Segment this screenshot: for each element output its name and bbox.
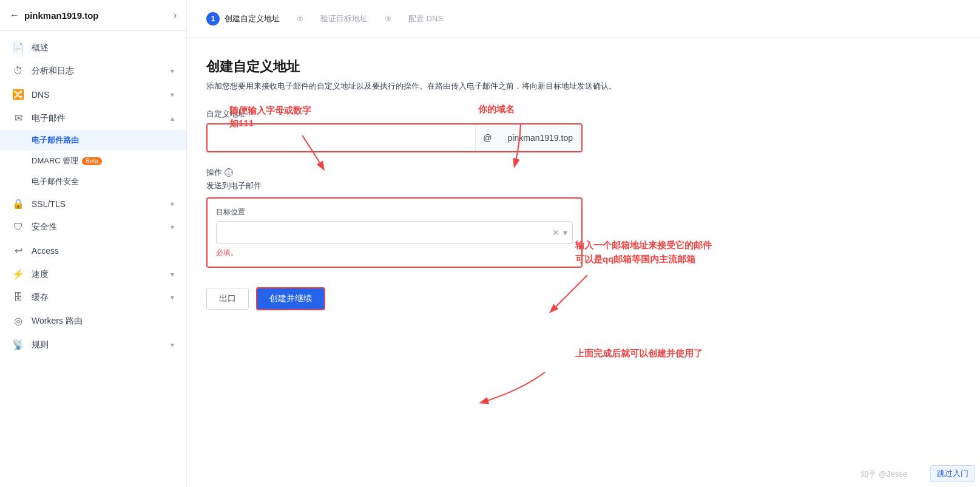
buttons-row: 出口 创建并继续 [206,287,961,310]
sidebar-item-dmarc[interactable]: DMARC 管理 Beta [0,151,186,171]
sidebar-label-rules: 规则 [32,339,163,350]
address-at: @ [475,124,499,151]
sidebar-item-speed[interactable]: ⚡ 速度 ▾ [0,262,186,286]
header-arrow-icon[interactable]: › [174,10,177,20]
sidebar-item-cache[interactable]: 🗄 缓存 ▾ [0,286,186,309]
rules-arrow-icon: ▾ [171,341,174,349]
analytics-arrow-icon: ▾ [171,67,174,75]
form-content: 创建自定义地址 添加您想要用来接收电子邮件的自定义地址以及要执行的操作。在路由传… [187,38,980,487]
sidebar-label-analytics: 分析和日志 [32,66,163,77]
sidebar-label-ssl: SSL/TLS [32,199,163,209]
operation-info-icon[interactable]: ⓘ [225,168,233,177]
sidebar-item-security[interactable]: 🛡 安全性 ▾ [0,216,186,239]
annotation-hint4: 上面完成后就可以创建并使用了 [575,348,703,359]
step-1-num: 1 [206,12,220,26]
sidebar-item-analytics[interactable]: ⏱ 分析和日志 ▾ [0,60,186,83]
dropdown-icon[interactable]: ▾ [563,228,567,237]
target-box-label: 目标位置 [216,207,573,217]
dmarc-label: DMARC 管理 [32,155,78,166]
sidebar: ← pinkman1919.top › 📄 概述 ⏱ 分析和日志 ▾ 🔀 DNS… [0,0,187,487]
page-title: 创建自定义地址 [206,58,961,76]
speed-icon: ⚡ [12,268,24,280]
overview-icon: 📄 [12,42,24,53]
target-input-row: ✕ ▾ [216,221,573,244]
email-routing-label: 电子邮件路由 [32,135,79,146]
target-input[interactable] [217,222,547,244]
address-row: @ pinkman1919.top [206,123,583,152]
page-description: 添加您想要用来接收电子邮件的自定义地址以及要执行的操作。在路由传入电子邮件之前，… [206,81,643,92]
clear-icon[interactable]: ✕ [552,228,559,237]
speed-arrow-icon: ▾ [171,270,174,279]
ssl-icon: 🔒 [12,198,24,209]
ssl-arrow-icon: ▾ [171,200,174,208]
sidebar-nav: 📄 概述 ⏱ 分析和日志 ▾ 🔀 DNS ▾ ✉ 电子邮件 ▴ 电子邮件路由 D… [0,31,186,487]
operation-label: 操作 ⓘ [206,167,961,178]
sidebar-item-overview[interactable]: 📄 概述 [0,36,186,60]
sidebar-label-workers: Workers 路由 [32,316,174,327]
workers-icon: ◎ [12,315,24,327]
step-1: 1 创建自定义地址 [206,12,280,26]
skip-link[interactable]: 跳过入门 [930,465,975,482]
target-box: 目标位置 ✕ ▾ 必填。 [206,197,583,268]
security-arrow-icon: ▾ [171,223,174,231]
sidebar-label-email: 电子邮件 [32,113,163,124]
sidebar-label-access: Access [32,246,174,256]
cache-arrow-icon: ▾ [171,293,174,302]
sidebar-label-overview: 概述 [32,43,174,53]
target-input-icons[interactable]: ✕ ▾ [547,228,572,237]
cache-icon: 🗄 [12,292,24,303]
sidebar-label-security: 安全性 [32,222,163,233]
sidebar-item-email-security[interactable]: 电子邮件安全 [0,171,186,192]
dns-icon: 🔀 [12,89,24,100]
access-icon: ↩ [12,245,24,256]
address-domain: pinkman1919.top [499,124,581,151]
dns-arrow-icon: ▾ [171,90,174,99]
step-sep-1: ② [297,15,303,23]
required-text: 必填。 [216,248,573,258]
sidebar-item-email[interactable]: ✉ 电子邮件 ▴ [0,106,186,130]
sidebar-item-workers[interactable]: ◎ Workers 路由 [0,309,186,333]
operation-sub: 发送到电子邮件 [206,180,961,191]
address-section: 自定义地址 @ pinkman1919.top [206,109,961,152]
step-sep-2: ③ [385,15,391,23]
step-3: 配置 DNS [408,13,443,24]
operation-section: 操作 ⓘ 发送到电子邮件 目标位置 ✕ ▾ 必填。 [206,167,961,268]
sidebar-item-dns[interactable]: 🔀 DNS ▾ [0,83,186,106]
sidebar-item-ssl[interactable]: 🔒 SSL/TLS ▾ [0,192,186,216]
sidebar-label-speed: 速度 [32,269,163,280]
dmarc-badge: Beta [82,157,102,165]
cancel-button[interactable]: 出口 [206,288,249,310]
email-arrow-icon: ▴ [171,114,174,123]
back-button[interactable]: ← [10,10,19,21]
sidebar-header: ← pinkman1919.top › [0,0,186,31]
rules-icon: 📡 [12,339,24,350]
address-input[interactable] [208,124,475,151]
email-security-label: 电子邮件安全 [32,176,79,187]
address-label: 自定义地址 [206,109,961,120]
sidebar-item-email-routing[interactable]: 电子邮件路由 [0,130,186,151]
analytics-icon: ⏱ [12,66,24,77]
sidebar-label-dns: DNS [32,90,163,100]
watermark: 知乎 @Jesse [860,469,907,480]
sidebar-label-cache: 缓存 [32,292,163,303]
security-icon: 🛡 [12,222,24,233]
step-3-label: 配置 DNS [408,13,443,24]
step-1-label: 创建自定义地址 [225,13,280,24]
arrow-svg-4 [472,372,551,409]
sidebar-item-rules[interactable]: 📡 规则 ▾ [0,333,186,356]
step-2: 验证目标地址 [320,13,368,24]
main-content: 1 创建自定义地址 ② 验证目标地址 ③ 配置 DNS 创建自定义地址 添加您想… [187,0,980,487]
submit-button[interactable]: 创建并继续 [256,287,325,310]
step-2-label: 验证目标地址 [320,13,368,24]
site-title: pinkman1919.top [24,10,169,21]
email-icon: ✉ [12,112,24,124]
sidebar-item-access[interactable]: ↩ Access [0,239,186,262]
steps-bar: 1 创建自定义地址 ② 验证目标地址 ③ 配置 DNS [187,0,980,38]
